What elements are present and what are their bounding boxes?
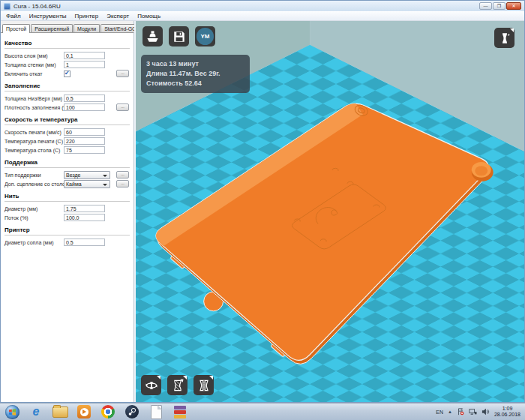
scale-icon — [170, 378, 185, 393]
cura-window: Cura - 15.04.6RU — ❐ ✕ Файл Инструменты … — [0, 0, 525, 403]
print-speed-label: Скорость печати (мм/с) — [4, 130, 64, 135]
fill-options-button[interactable]: ... — [116, 104, 129, 111]
language-indicator[interactable]: EN — [436, 410, 443, 415]
filament-diameter-input[interactable] — [64, 205, 105, 212]
bottom-top-thickness-input[interactable] — [64, 94, 105, 102]
setting-row: Температура печати (C) — [4, 136, 131, 146]
menu-tools[interactable]: Инструменты — [29, 13, 67, 20]
divider — [4, 167, 130, 168]
menu-expert[interactable]: Эксперт — [106, 13, 129, 20]
print-length-weight: Длина 11.47м. Вес 29г. — [146, 69, 244, 79]
start-button[interactable] — [4, 404, 20, 419]
model-tools — [141, 375, 214, 395]
setting-row: Диаметр сопла (мм) — [4, 238, 131, 247]
setting-row: Плотность заполнения (%) ... — [4, 103, 131, 112]
windows-taskbar: e EN ▲ — [0, 403, 525, 420]
winrar-icon[interactable] — [172, 404, 188, 419]
support-type-select[interactable]: Везде — [64, 171, 110, 179]
filament-diameter-label: Диаметр (мм) — [4, 206, 64, 212]
setting-row: Толщина стенки (мм) — [4, 60, 131, 69]
setting-row: Тип поддержки Везде ... — [4, 170, 131, 179]
file-explorer-icon[interactable] — [52, 404, 68, 419]
tab-plugins[interactable]: Модули — [74, 24, 100, 32]
menu-file[interactable]: Файл — [6, 13, 21, 20]
expand-marker — [183, 376, 187, 380]
menu-help[interactable]: Помощь — [137, 13, 160, 20]
chrome-icon[interactable] — [100, 404, 116, 419]
bottom-top-thickness-label: Толщина Низ/Верх (мм) — [4, 96, 64, 101]
mirror-icon — [196, 378, 212, 393]
shell-thickness-input[interactable] — [64, 61, 105, 68]
layer-height-label: Высота слоя (мм) — [4, 53, 64, 58]
fill-density-input[interactable] — [64, 104, 105, 111]
retraction-checkbox[interactable] — [64, 70, 70, 77]
section-filament: Нить — [4, 193, 131, 200]
scale-tool-button[interactable] — [167, 375, 188, 395]
system-tray: EN ▲ 1:09 28.06.2018 — [436, 406, 523, 418]
section-printer: Принтер — [4, 226, 131, 233]
setting-row: Поток (%) — [4, 213, 131, 222]
volume-icon[interactable] — [482, 408, 490, 416]
maximize-button[interactable]: ❐ — [493, 2, 506, 10]
layer-height-input[interactable] — [64, 52, 105, 59]
setting-row: Температура стола (C) — [4, 146, 131, 154]
title-bar[interactable]: Cura - 15.04.6RU — ❐ ✕ — [1, 1, 524, 11]
settings-form: Качество Высота слоя (мм) Толщина стенки… — [1, 33, 134, 402]
view-mode-button[interactable] — [494, 28, 514, 48]
close-button[interactable]: ✕ — [506, 2, 521, 10]
setting-row: Скорость печати (мм/с) — [4, 128, 131, 136]
rotate-tool-button[interactable] — [141, 375, 161, 395]
setting-row: Высота слоя (мм) — [4, 51, 131, 60]
adhesion-options-button[interactable]: ... — [116, 180, 129, 188]
taskbar-clock[interactable]: 1:09 28.06.2018 — [494, 406, 520, 418]
retraction-options-button[interactable]: ... — [116, 70, 129, 77]
save-toolpath-button[interactable] — [169, 26, 189, 46]
hidden-icons-chevron[interactable]: ▲ — [448, 410, 452, 414]
minimize-button[interactable]: — — [479, 2, 492, 10]
nozzle-size-input[interactable] — [64, 238, 105, 246]
rotate-icon — [144, 378, 159, 393]
print-info-box: 3 часа 13 минут Длина 11.47м. Вес 29г. С… — [141, 55, 250, 93]
steam-icon[interactable] — [124, 404, 140, 419]
flow-input[interactable] — [64, 214, 105, 221]
setting-row: Доп. сцепление со столом Кайма ... — [4, 179, 131, 188]
support-type-label: Тип поддержки — [4, 172, 64, 178]
section-support: Поддержка — [4, 159, 131, 166]
cura-app-icon — [4, 3, 10, 10]
clock-time: 1:09 — [494, 406, 520, 412]
print-temp-input[interactable] — [64, 137, 105, 145]
bed-temp-input[interactable] — [64, 146, 105, 154]
divider — [4, 201, 130, 202]
shell-thickness-label: Толщина стенки (мм) — [4, 62, 64, 68]
clock-date: 28.06.2018 — [494, 412, 520, 418]
fill-density-label: Плотность заполнения (%) — [4, 105, 64, 110]
internet-explorer-icon[interactable]: e — [28, 404, 44, 419]
media-player-icon[interactable] — [76, 404, 92, 419]
windows-logo-icon — [5, 405, 20, 419]
network-icon[interactable] — [469, 408, 477, 416]
tab-advanced[interactable]: Расширенный — [31, 24, 73, 32]
load-model-icon — [146, 29, 160, 44]
flow-label: Поток (%) — [4, 215, 64, 220]
print-speed-input[interactable] — [64, 128, 105, 136]
share-youmagine-button[interactable]: YM — [195, 26, 215, 46]
mirror-tool-button[interactable] — [194, 375, 214, 395]
tab-simple[interactable]: Простой — [2, 24, 30, 33]
divider — [4, 235, 130, 236]
load-model-button[interactable] — [142, 26, 163, 46]
section-fill: Заполнение — [4, 82, 131, 89]
notepad-icon[interactable] — [148, 404, 164, 419]
print-cost: Стоимость 52.64 — [146, 79, 244, 88]
divider — [4, 124, 130, 125]
divider — [4, 48, 130, 49]
support-options-button[interactable]: ... — [116, 171, 129, 178]
3d-viewport[interactable]: YM 3 часа 13 минут Длина 11.47м. Вес 29г… — [134, 21, 524, 402]
platform-adhesion-select[interactable]: Кайма — [64, 180, 110, 188]
window-title: Cura - 15.04.6RU — [14, 3, 61, 10]
print-temp-label: Температура печати (C) — [4, 139, 64, 144]
platform-adhesion-label: Доп. сцепление со столом — [4, 182, 64, 187]
section-speed-temp: Скорость и температура — [4, 116, 131, 123]
expand-marker — [157, 376, 160, 380]
menu-printer[interactable]: Принтер — [75, 13, 99, 20]
action-center-icon[interactable] — [457, 408, 464, 416]
